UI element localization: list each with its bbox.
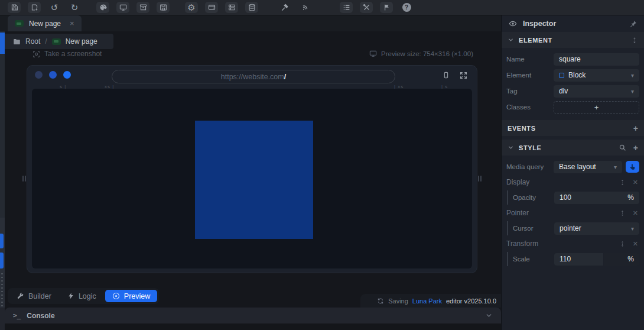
left-edge-panel xyxy=(0,15,5,330)
add-event-button[interactable]: + xyxy=(633,124,638,133)
console-bar[interactable]: >_ Console xyxy=(5,308,501,323)
brand-link[interactable]: Luna Park xyxy=(412,297,442,305)
plus-icon: + xyxy=(594,103,599,112)
tab-preview[interactable]: Preview xyxy=(105,290,157,302)
remove-icon[interactable]: ✕ xyxy=(633,240,638,248)
media-query-select[interactable]: Base layout ▾ xyxy=(554,161,622,173)
url-text: https://website.com xyxy=(221,73,284,81)
section-style-header[interactable]: STYLE + xyxy=(502,140,644,156)
scale-row: Scale 110 % xyxy=(507,252,639,266)
wallet-icon[interactable] xyxy=(205,2,218,13)
redo-icon[interactable]: ↻ xyxy=(68,2,81,13)
move-vertical-icon[interactable] xyxy=(619,179,626,186)
tools-icon[interactable] xyxy=(360,2,373,13)
inspector-panel: Inspector ELEMENT Name square xyxy=(501,15,644,330)
name-label: Name xyxy=(506,56,554,63)
tab-preview-label: Preview xyxy=(124,292,150,300)
page-icon xyxy=(52,38,61,45)
chevron-down-icon[interactable] xyxy=(485,312,493,319)
tab-builder[interactable]: Builder xyxy=(9,290,58,302)
browser-dot xyxy=(35,71,43,79)
remove-icon[interactable]: ✕ xyxy=(633,179,638,186)
transform-label: Transform xyxy=(506,240,538,248)
undo-icon[interactable]: ↺ xyxy=(48,2,61,13)
monitor-icon[interactable] xyxy=(116,2,129,13)
monitor-icon xyxy=(369,50,377,57)
media-query-row: Media query Base layout ▾ xyxy=(506,160,639,174)
save-icon[interactable] xyxy=(8,2,21,13)
square-element[interactable] xyxy=(195,121,313,239)
caret-down-icon: ▾ xyxy=(614,164,617,170)
interaction-state-button[interactable] xyxy=(626,161,639,173)
flag-icon[interactable] xyxy=(380,2,393,13)
tag-select[interactable]: div ▾ xyxy=(554,85,639,98)
archive-icon[interactable] xyxy=(136,2,149,13)
hammer-icon[interactable] xyxy=(278,2,291,13)
tab-logic[interactable]: Logic xyxy=(60,290,103,302)
caret-down-icon: ▾ xyxy=(631,225,634,232)
drive-icon[interactable] xyxy=(157,2,170,13)
scale-unit-select[interactable]: % xyxy=(604,253,639,266)
display-group-row: Display ✕ xyxy=(506,176,639,189)
cursor-select[interactable]: pointer ▾ xyxy=(554,222,639,235)
cursor-value: pointer xyxy=(560,224,581,232)
search-icon[interactable] xyxy=(619,144,626,151)
move-vertical-icon[interactable] xyxy=(619,210,626,216)
folder-icon xyxy=(13,38,21,46)
scale-value: 110 xyxy=(560,255,571,263)
palette-icon[interactable] xyxy=(96,2,109,13)
top-toolbar: ↺ ↻ ⚙ xyxy=(0,0,644,15)
element-select[interactable]: Block ▾ xyxy=(554,69,639,82)
add-class-button[interactable]: + xyxy=(554,101,639,114)
resize-handle-right[interactable] xyxy=(478,176,482,182)
screenshot-icon xyxy=(32,50,40,58)
terminal-icon: >_ xyxy=(13,312,21,319)
sync-icon xyxy=(377,297,384,305)
signal-icon[interactable] xyxy=(298,2,311,13)
page-tab-strip: New page × xyxy=(5,15,501,31)
list-icon[interactable] xyxy=(340,2,353,13)
tab-label: New page xyxy=(29,20,61,28)
help-icon[interactable]: ? xyxy=(400,2,413,13)
chevron-down-icon[interactable] xyxy=(508,144,514,151)
server-icon[interactable] xyxy=(225,2,238,13)
opacity-input[interactable]: 100 % xyxy=(554,192,639,204)
remove-icon[interactable]: ✕ xyxy=(633,209,638,217)
fullscreen-icon[interactable] xyxy=(460,71,467,79)
editor-version: editor v2025.10.0 xyxy=(446,297,496,305)
name-input[interactable]: square xyxy=(554,53,639,66)
save-as-icon[interactable] xyxy=(28,2,41,13)
media-query-value: Base layout xyxy=(559,163,596,171)
wrench-icon xyxy=(17,292,24,300)
left-edge-scrollbar xyxy=(1,273,3,308)
breadcrumb: Root / New page xyxy=(5,34,113,49)
move-vertical-icon[interactable] xyxy=(619,241,626,247)
url-bar[interactable]: https://website.com/ xyxy=(112,70,395,83)
breadcrumb-current[interactable]: New page xyxy=(66,37,97,46)
name-row: Name square xyxy=(506,52,639,66)
breadcrumb-root[interactable]: Root xyxy=(25,37,40,46)
classes-row: Classes + xyxy=(506,100,639,114)
resize-handle-left[interactable] xyxy=(22,176,26,182)
settings-gear-icon[interactable]: ⚙ xyxy=(185,2,198,13)
scale-unit: % xyxy=(627,255,634,263)
section-events-header[interactable]: EVENTS + xyxy=(502,120,644,136)
scale-input[interactable]: 110 xyxy=(554,253,603,266)
take-screenshot-button[interactable]: Take a screenshot xyxy=(32,50,102,58)
display-label: Display xyxy=(506,178,529,186)
element-row: Element Block ▾ xyxy=(506,68,639,82)
tab-new-page[interactable]: New page × xyxy=(8,15,82,31)
browser-preview-frame: https://website.com/ s | xs | | xs | s xyxy=(27,65,477,273)
close-icon[interactable]: × xyxy=(70,19,74,28)
move-vertical-icon[interactable] xyxy=(631,37,638,44)
pin-icon[interactable] xyxy=(629,20,637,28)
page-icon xyxy=(15,20,24,27)
block-icon xyxy=(559,73,564,78)
pointer-group-row: Pointer ✕ xyxy=(506,206,639,219)
browser-dots xyxy=(35,71,71,79)
chevron-down-icon[interactable] xyxy=(508,37,514,43)
add-style-button[interactable]: + xyxy=(633,143,638,153)
database-icon[interactable] xyxy=(245,2,258,13)
section-element-header[interactable]: ELEMENT xyxy=(502,32,644,48)
mobile-preview-icon[interactable] xyxy=(443,71,450,79)
